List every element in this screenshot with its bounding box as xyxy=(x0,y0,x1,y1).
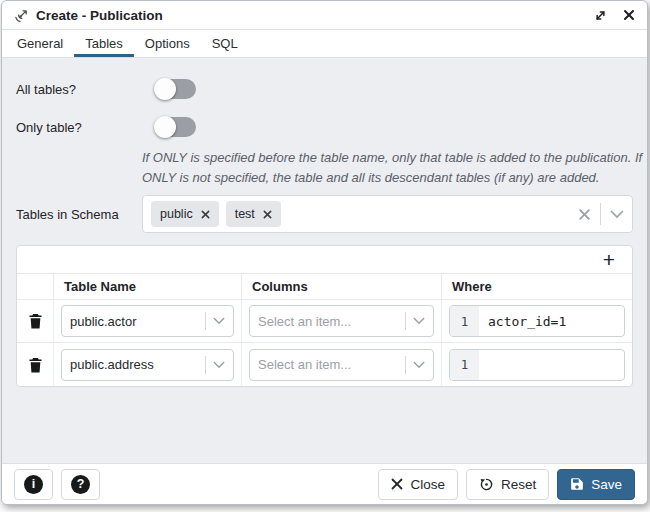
only-table-label: Only table? xyxy=(16,120,142,135)
divider xyxy=(405,356,406,374)
close-icon xyxy=(391,478,403,490)
schema-chip-label: public xyxy=(160,207,193,221)
reset-icon xyxy=(479,477,494,492)
dialog-titlebar: Create - Publication xyxy=(2,1,647,30)
footer-actions: Close Reset Save xyxy=(378,469,635,500)
close-button-label: Close xyxy=(410,477,445,492)
clear-selection-icon[interactable] xyxy=(578,208,591,221)
chevron-down-icon[interactable] xyxy=(610,210,624,219)
window-controls xyxy=(594,9,635,22)
tables-in-schema-row: Tables in Schema public test xyxy=(16,195,633,233)
table-name-select[interactable]: public.actor xyxy=(61,305,234,337)
close-dialog-icon[interactable] xyxy=(623,9,635,21)
only-table-help-text: If ONLY is specified before the table na… xyxy=(142,148,647,187)
resize-dialog-icon[interactable] xyxy=(594,9,607,22)
save-icon xyxy=(570,477,584,491)
tab-tables[interactable]: Tables xyxy=(74,30,134,57)
help-icon: ? xyxy=(71,475,90,494)
all-tables-label: All tables? xyxy=(16,82,142,97)
divider xyxy=(600,203,601,225)
toggle-knob xyxy=(154,116,176,138)
chevron-down-icon xyxy=(213,317,225,325)
table-name-select[interactable]: public.address xyxy=(61,349,234,381)
tab-options[interactable]: Options xyxy=(134,30,201,57)
table-name-cell: public.address xyxy=(53,343,241,386)
line-number: 1 xyxy=(450,306,479,336)
all-tables-toggle[interactable] xyxy=(156,79,196,99)
columns-select[interactable]: Select an item... xyxy=(249,305,434,337)
where-expression: actor_id=1 xyxy=(479,306,624,336)
toggle-knob xyxy=(154,78,176,100)
add-row-button[interactable]: + xyxy=(603,249,615,270)
table-name-cell: public.actor xyxy=(53,300,241,342)
close-button[interactable]: Close xyxy=(378,469,458,500)
dialog-tabs: General Tables Options SQL xyxy=(2,30,647,58)
where-cell: 1 actor_id=1 xyxy=(441,300,632,342)
tables-in-schema-multiselect[interactable]: public test xyxy=(142,195,633,233)
multiselect-controls xyxy=(578,203,624,225)
chevron-down-icon xyxy=(413,361,425,369)
tab-sql[interactable]: SQL xyxy=(201,30,249,57)
schema-chip-label: test xyxy=(235,207,255,221)
dialog-footer: i ? Close Reset Save xyxy=(2,463,647,504)
delete-row-icon[interactable] xyxy=(17,300,53,342)
dialog-title: Create - Publication xyxy=(36,8,163,23)
remove-chip-icon[interactable] xyxy=(263,210,272,219)
columns-select[interactable]: Select an item... xyxy=(249,349,434,381)
table-row: public.actor Select an item... 1 xyxy=(17,300,632,343)
grid-toolbar: + xyxy=(17,246,632,274)
where-expression xyxy=(479,350,624,380)
reset-button[interactable]: Reset xyxy=(466,469,549,500)
line-number: 1 xyxy=(450,350,479,380)
delete-column-header xyxy=(17,274,53,299)
publication-icon xyxy=(14,8,29,23)
where-editor[interactable]: 1 xyxy=(449,349,625,381)
table-name-value: public.actor xyxy=(70,314,198,329)
divider xyxy=(205,312,206,330)
tab-general[interactable]: General xyxy=(6,30,74,57)
chevron-down-icon xyxy=(213,361,225,369)
help-button[interactable]: ? xyxy=(61,469,100,500)
columns-placeholder: Select an item... xyxy=(258,357,398,372)
tables-in-schema-label: Tables in Schema xyxy=(16,207,142,222)
reset-button-label: Reset xyxy=(501,477,536,492)
columns-cell: Select an item... xyxy=(241,343,441,386)
divider xyxy=(405,312,406,330)
all-tables-row: All tables? xyxy=(16,70,633,108)
column-header-where: Where xyxy=(441,274,632,299)
column-header-table-name: Table Name xyxy=(53,274,241,299)
where-editor[interactable]: 1 actor_id=1 xyxy=(449,305,625,337)
table-row: public.address Select an item... 1 xyxy=(17,343,632,386)
divider xyxy=(205,356,206,374)
columns-placeholder: Select an item... xyxy=(258,314,398,329)
delete-row-icon[interactable] xyxy=(17,343,53,386)
remove-chip-icon[interactable] xyxy=(201,210,210,219)
sql-info-button[interactable]: i xyxy=(14,469,53,500)
table-name-value: public.address xyxy=(70,357,198,372)
grid-header: Table Name Columns Where xyxy=(17,274,632,300)
where-cell: 1 xyxy=(441,343,632,386)
schema-chip: public xyxy=(151,201,219,227)
save-button[interactable]: Save xyxy=(557,469,635,500)
chevron-down-icon xyxy=(413,317,425,325)
create-publication-dialog: Create - Publication xyxy=(1,0,648,505)
columns-cell: Select an item... xyxy=(241,300,441,342)
tab-panel-tables: All tables? Only table? If ONLY is speci… xyxy=(2,58,647,463)
info-icon: i xyxy=(24,475,43,494)
save-button-label: Save xyxy=(591,477,622,492)
schema-chip: test xyxy=(226,201,281,227)
tables-grid: + Table Name Columns Where public.actor xyxy=(16,245,633,387)
only-table-toggle[interactable] xyxy=(156,117,196,137)
only-table-row: Only table? xyxy=(16,108,633,146)
column-header-columns: Columns xyxy=(241,274,441,299)
